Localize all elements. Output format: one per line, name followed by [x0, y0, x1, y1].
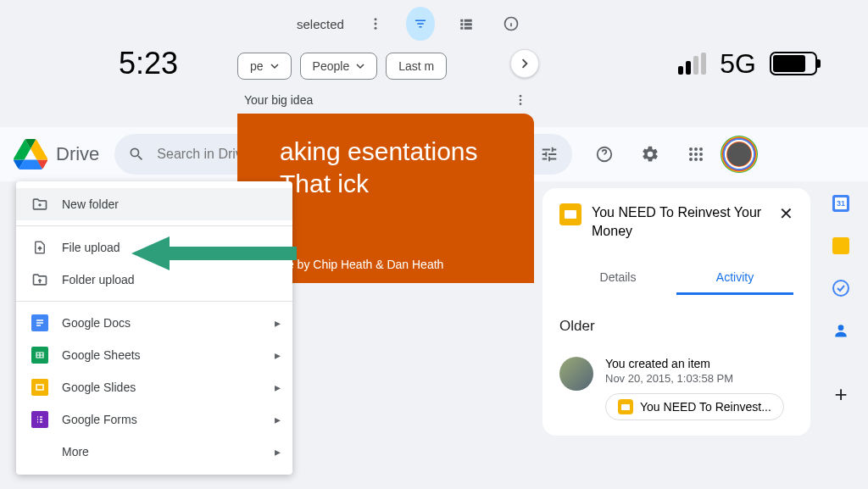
chip-text: You NEED To Reinvest... — [640, 400, 771, 414]
svg-point-19 — [838, 325, 844, 331]
menu-file-upload[interactable]: File upload — [16, 231, 292, 264]
menu-label: Google Forms — [62, 413, 137, 426]
menu-label: Folder upload — [62, 273, 135, 286]
svg-point-6 — [699, 153, 703, 156]
status-right: 5G — [678, 48, 817, 80]
chevron-right-icon — [520, 58, 530, 69]
svg-point-4 — [689, 153, 693, 156]
new-menu: New folder File upload Folder upload Goo… — [16, 181, 292, 475]
settings-button[interactable] — [633, 137, 667, 171]
contacts-rail-icon[interactable] — [832, 322, 849, 339]
svg-point-12 — [374, 27, 376, 30]
forms-icon — [31, 411, 48, 428]
clock: 5:23 — [119, 46, 178, 81]
sheets-icon — [31, 347, 48, 364]
preview-heading: aking esentations That ick — [280, 136, 517, 199]
chevron-right-icon: ▸ — [275, 413, 281, 426]
menu-google-forms[interactable]: Google Forms▸ — [16, 403, 292, 436]
folder-upload-icon — [31, 271, 48, 288]
network-label: 5G — [720, 48, 756, 80]
section-older: Older — [559, 318, 793, 335]
more-vert-icon[interactable] — [514, 93, 527, 107]
signal-icon — [678, 53, 706, 75]
top-icons — [587, 137, 754, 171]
side-rail: 31 + — [824, 195, 858, 408]
filter-button[interactable] — [406, 7, 435, 41]
menu-google-slides[interactable]: Google Slides▸ — [16, 371, 292, 403]
menu-folder-upload[interactable]: Folder upload — [16, 264, 292, 296]
svg-point-9 — [699, 158, 703, 161]
close-button[interactable]: ✕ — [779, 203, 793, 224]
svg-point-14 — [520, 95, 522, 97]
chip-scroll-right[interactable] — [510, 49, 539, 78]
new-folder-icon — [31, 196, 48, 213]
battery-icon — [770, 52, 817, 75]
panel-title: You NEED To Reinvest Your Money — [592, 203, 769, 240]
menu-google-sheets[interactable]: Google Sheets▸ — [16, 339, 292, 371]
svg-point-5 — [694, 153, 698, 156]
menu-label: New folder — [62, 197, 119, 211]
chevron-down-icon — [356, 62, 364, 70]
svg-point-7 — [689, 158, 693, 161]
apps-button[interactable] — [679, 137, 713, 171]
selection-label: selected — [297, 17, 344, 31]
svg-point-8 — [694, 158, 698, 161]
panel-tabs: Details Activity — [559, 262, 793, 296]
activity-item: You created an item Nov 20, 2015, 1:03:5… — [559, 357, 793, 420]
activity-timestamp: Nov 20, 2015, 1:03:58 PM — [605, 372, 784, 385]
chevron-right-icon: ▸ — [275, 348, 281, 362]
svg-point-2 — [694, 147, 698, 151]
chevron-right-icon: ▸ — [275, 445, 281, 458]
menu-more[interactable]: More▸ — [16, 436, 292, 468]
menu-label: Google Slides — [62, 381, 136, 394]
file-title: Your big idea — [244, 93, 313, 107]
chevron-right-icon: ▸ — [275, 381, 281, 394]
tab-activity[interactable]: Activity — [676, 262, 793, 295]
tab-details[interactable]: Details — [559, 262, 676, 295]
search-icon — [128, 146, 145, 163]
tune-icon[interactable] — [540, 145, 559, 164]
menu-label: Google Docs — [62, 316, 131, 330]
menu-google-docs[interactable]: Google Docs▸ — [16, 307, 292, 339]
file-upload-icon — [31, 239, 48, 256]
tasks-rail-icon[interactable] — [832, 280, 849, 297]
svg-point-16 — [520, 103, 522, 105]
file-title-row: Your big idea — [237, 85, 534, 114]
menu-new-folder[interactable]: New folder — [16, 188, 292, 220]
chip-modified[interactable]: Last m — [386, 53, 447, 80]
svg-point-3 — [699, 147, 703, 151]
slides-icon — [618, 399, 633, 414]
menu-label: File upload — [62, 241, 120, 254]
drive-logo-icon — [14, 137, 47, 171]
keep-rail-icon[interactable] — [832, 237, 849, 254]
chevron-right-icon: ▸ — [275, 316, 281, 330]
more-options-button[interactable] — [361, 7, 390, 41]
activity-file-chip[interactable]: You NEED To Reinvest... — [605, 393, 784, 420]
menu-label: More — [62, 445, 89, 458]
info-button[interactable] — [497, 7, 526, 41]
svg-point-1 — [689, 147, 693, 151]
activity-avatar — [559, 357, 593, 391]
details-panel: You NEED To Reinvest Your Money ✕ Detail… — [542, 188, 810, 436]
svg-point-11 — [374, 23, 376, 25]
account-avatar[interactable] — [725, 140, 754, 169]
selection-toolbar: selected — [237, 0, 534, 47]
filter-chips: pe People Last m — [237, 47, 534, 85]
add-rail-button[interactable]: + — [834, 381, 847, 408]
svg-point-15 — [520, 99, 522, 102]
chip-type[interactable]: pe — [237, 53, 292, 80]
slides-icon — [559, 203, 581, 225]
svg-point-10 — [374, 18, 376, 20]
activity-text: You created an item — [605, 357, 784, 370]
docs-icon — [31, 314, 48, 331]
drive-logo[interactable]: Drive — [14, 137, 99, 171]
chip-people[interactable]: People — [300, 53, 378, 80]
calendar-rail-icon[interactable]: 31 — [832, 195, 849, 212]
help-button[interactable] — [587, 137, 621, 171]
svg-point-18 — [833, 281, 849, 296]
list-view-button[interactable] — [452, 7, 481, 41]
app-name: Drive — [56, 143, 99, 165]
menu-label: Google Sheets — [62, 348, 141, 362]
svg-rect-17 — [36, 385, 43, 390]
chevron-down-icon — [270, 62, 279, 70]
